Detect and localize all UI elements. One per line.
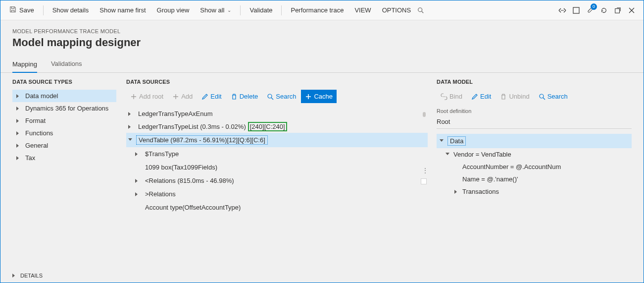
svg-line-7 [543,98,545,100]
tree-item[interactable]: $TransType [126,147,428,161]
root-definition: Root definition Root [437,108,632,129]
svg-point-4 [268,94,272,98]
scrollbar-thumb[interactable] [423,112,426,117]
svg-line-5 [271,98,273,100]
page-title: Model mapping designer [12,36,632,49]
svg-point-6 [540,94,544,98]
edit-button[interactable]: Edit [467,90,495,103]
chevron-right-icon [128,125,132,129]
toolbar-right: 0 [558,6,640,14]
svg-rect-3 [615,8,620,13]
page-heading: MODEL PERFORMANCE TRACE MODEL Model mapp… [0,20,644,49]
section-title: DATA SOURCE TYPES [12,79,116,85]
tree-item[interactable]: AccountNumber = @.AccountNum [437,161,632,173]
tree-item[interactable]: <Relations (815.0ms - 46.98%) [126,174,428,187]
cache-button[interactable]: Cache [301,90,337,103]
data-source-type-item[interactable]: Dynamics 365 for Operations [12,102,116,114]
tree-item[interactable]: 1099 box(Tax1099Fields) [126,161,428,174]
chevron-right-icon [454,190,458,194]
tree-item[interactable]: >Relations [126,187,428,201]
data-source-type-item[interactable]: Tax [12,152,116,164]
save-button[interactable]: Save [4,3,39,17]
search-button[interactable]: Search [535,90,572,103]
chevron-down-icon [440,139,444,143]
delete-button[interactable]: Delete [227,90,262,103]
edit-button[interactable]: Edit [198,90,225,103]
chevron-right-icon [128,112,132,116]
data-source-type-item[interactable]: General [12,139,116,152]
tree-item[interactable]: LedgerTransTypeList (0.3ms - 0.02%)[240]… [126,120,428,133]
chevron-right-icon [16,156,20,160]
save-label: Save [19,6,34,14]
chevron-down-icon [446,153,449,157]
add-button: Add [168,90,197,103]
save-icon [9,6,16,14]
data-sources-actions: Add root Add Edit Delete Search Cache [126,90,428,103]
data-sources-panel: DATA SOURCES Add root Add Edit Delete Se… [120,73,431,269]
toolbar-divider [43,5,44,15]
bind-button: Bind [437,90,466,103]
validate-button[interactable]: Validate [245,3,277,17]
data-model-actions: Bind Edit Unbind Search [437,90,632,103]
page-tabs: Mapping Validations [0,56,644,73]
tree-item[interactable]: Vendor = VendTable [437,148,632,161]
more-icon[interactable]: ⋮ [422,167,429,174]
show-details-button[interactable]: Show details [48,3,94,17]
scroll-handle[interactable] [421,178,427,184]
root-def-value[interactable]: Root [437,116,632,129]
data-source-type-item[interactable]: Format [12,114,116,127]
main-body: MODEL PERFORMANCE TRACE MODEL Model mapp… [0,20,644,283]
chevron-down-icon: ⌄ [227,7,231,13]
search-button[interactable]: Search [263,90,300,103]
attachments-icon[interactable]: 0 [586,6,594,14]
data-model-panel: DATA MODEL Bind Edit Unbind Search Root … [431,73,644,269]
tree-item[interactable]: Name = @.'name()' [437,173,632,185]
chevron-right-icon [135,192,139,196]
svg-line-1 [422,11,424,13]
chevron-right-icon [16,144,20,148]
section-title: DATA MODEL [437,79,632,85]
tree-item-selected[interactable]: VendTable (987.2ms - 56.91%)[12][Q:6][C:… [126,133,428,147]
data-source-type-item[interactable]: Functions [12,127,116,139]
svg-rect-2 [573,7,579,13]
svg-point-0 [418,7,422,11]
breadcrumb: MODEL PERFORMANCE TRACE MODEL [12,28,632,34]
data-model-tree: Data Vendor = VendTable AccountNumber = … [437,134,632,198]
details-label: DETAILS [20,273,43,279]
chevron-right-icon [16,107,20,111]
office-icon[interactable] [572,6,580,14]
tree-item[interactable]: Account type(OffsetAccountType) [126,201,428,214]
connector-icon[interactable] [558,6,566,14]
chevron-right-icon [135,152,139,156]
toolbar-divider [281,5,282,15]
data-sources-tree: LedgerTransTypeAxEnum LedgerTransTypeLis… [126,107,428,214]
chevron-right-icon [16,94,20,98]
view-menu[interactable]: VIEW [349,3,376,17]
tree-item-selected[interactable]: Data [437,134,632,148]
refresh-icon[interactable] [600,6,608,14]
add-root-button: Add root [126,90,167,103]
chevron-right-icon [135,179,139,183]
show-name-first-button[interactable]: Show name first [95,3,150,17]
chevron-right-icon [16,119,20,123]
tree-item[interactable]: Transactions [437,185,632,198]
section-title: DATA SOURCES [126,79,428,85]
app-toolbar: Save Show details Show name first Group … [0,0,644,20]
notification-badge: 0 [591,3,597,10]
popout-icon[interactable] [614,6,622,14]
details-expander[interactable]: DETAILS [0,269,644,283]
performance-trace-button[interactable]: Performance trace [286,3,348,17]
cache-indicator: [240][C:240] [248,122,287,131]
tab-validations[interactable]: Validations [51,56,82,72]
toolbar-divider [240,5,241,15]
data-source-types-panel: DATA SOURCE TYPES Data model Dynamics 36… [0,73,120,269]
options-menu[interactable]: OPTIONS [377,3,416,17]
data-source-type-item[interactable]: Data model [12,90,116,102]
tree-item[interactable]: LedgerTransTypeAxEnum [126,107,428,120]
tab-mapping[interactable]: Mapping [12,57,37,73]
show-all-dropdown[interactable]: Show all ⌄ [195,3,236,17]
search-icon[interactable] [417,6,425,14]
group-view-button[interactable]: Group view [152,3,195,17]
close-icon[interactable] [628,6,636,14]
chevron-down-icon [128,138,132,142]
